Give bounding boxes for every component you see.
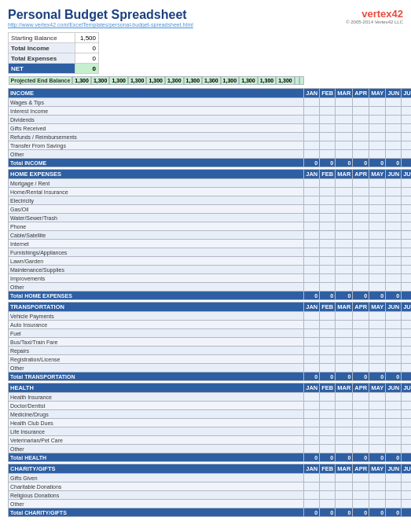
cell-2-4-1[interactable] (320, 347, 336, 355)
cell-2-2-3[interactable] (353, 329, 369, 338)
cell-1-8-6[interactable] (402, 248, 411, 257)
cell-2-0-5[interactable] (386, 312, 402, 321)
cell-4-1-3[interactable] (353, 482, 369, 491)
cell-1-6-2[interactable] (336, 231, 353, 240)
cell-4-0-2[interactable] (336, 474, 353, 482)
cell-3-6-3[interactable] (353, 445, 369, 453)
cell-3-1-6[interactable] (402, 402, 411, 410)
cell-1-2-4[interactable] (369, 196, 386, 205)
cell-2-5-0[interactable] (304, 355, 320, 364)
cell-3-4-0[interactable] (304, 427, 320, 436)
cell-2-2-5[interactable] (386, 329, 402, 338)
cell-3-1-4[interactable] (369, 402, 386, 410)
cell-3-4-3[interactable] (353, 427, 369, 436)
cell-1-6-0[interactable] (304, 231, 320, 240)
cell-1-2-2[interactable] (336, 196, 353, 205)
cell-2-1-4[interactable] (369, 321, 386, 329)
cell-1-7-4[interactable] (369, 240, 386, 248)
total-expenses-value[interactable]: 0 (75, 53, 99, 64)
cell-0-3-3[interactable] (353, 124, 369, 133)
cell-1-1-3[interactable] (353, 188, 369, 196)
cell-2-4-5[interactable] (386, 347, 402, 355)
cell-1-3-1[interactable] (320, 205, 336, 214)
cell-2-3-6[interactable] (402, 338, 411, 347)
cell-2-5-6[interactable] (402, 355, 411, 364)
cell-3-6-1[interactable] (320, 445, 336, 453)
cell-2-4-6[interactable] (402, 347, 411, 355)
cell-1-9-1[interactable] (320, 257, 336, 266)
cell-1-2-6[interactable] (402, 196, 411, 205)
cell-2-6-0[interactable] (304, 364, 320, 372)
cell-1-11-2[interactable] (336, 274, 353, 283)
cell-1-8-1[interactable] (320, 248, 336, 257)
cell-4-3-4[interactable] (369, 500, 386, 508)
cell-1-8-2[interactable] (336, 248, 353, 257)
cell-0-2-5[interactable] (386, 116, 402, 124)
cell-0-6-5[interactable] (386, 150, 402, 159)
cell-3-3-6[interactable] (402, 419, 411, 427)
cell-0-4-2[interactable] (336, 133, 353, 141)
cell-1-2-0[interactable] (304, 196, 320, 205)
cell-1-11-6[interactable] (402, 274, 411, 283)
cell-4-1-4[interactable] (369, 482, 386, 491)
cell-0-3-5[interactable] (386, 124, 402, 133)
cell-2-0-3[interactable] (353, 312, 369, 321)
cell-1-12-4[interactable] (369, 283, 386, 292)
cell-2-2-1[interactable] (320, 329, 336, 338)
cell-1-6-3[interactable] (353, 231, 369, 240)
cell-4-2-6[interactable] (402, 491, 411, 500)
cell-1-12-6[interactable] (402, 283, 411, 292)
cell-0-0-1[interactable] (320, 98, 336, 107)
cell-0-2-2[interactable] (336, 116, 353, 124)
cell-3-5-4[interactable] (369, 436, 386, 445)
cell-0-1-1[interactable] (320, 107, 336, 116)
cell-1-3-3[interactable] (353, 205, 369, 214)
cell-2-2-0[interactable] (304, 329, 320, 338)
cell-1-4-2[interactable] (336, 214, 353, 222)
cell-2-6-6[interactable] (402, 364, 411, 372)
cell-0-6-2[interactable] (336, 150, 353, 159)
cell-4-1-0[interactable] (304, 482, 320, 491)
cell-3-1-5[interactable] (386, 402, 402, 410)
cell-2-5-3[interactable] (353, 355, 369, 364)
cell-0-3-4[interactable] (369, 124, 386, 133)
cell-2-3-2[interactable] (336, 338, 353, 347)
cell-0-4-1[interactable] (320, 133, 336, 141)
cell-0-3-2[interactable] (336, 124, 353, 133)
cell-1-1-0[interactable] (304, 188, 320, 196)
cell-2-6-1[interactable] (320, 364, 336, 372)
cell-4-2-1[interactable] (320, 491, 336, 500)
cell-4-3-0[interactable] (304, 500, 320, 508)
cell-1-7-3[interactable] (353, 240, 369, 248)
cell-1-7-6[interactable] (402, 240, 411, 248)
cell-2-0-0[interactable] (304, 312, 320, 321)
cell-4-1-5[interactable] (386, 482, 402, 491)
cell-2-4-3[interactable] (353, 347, 369, 355)
cell-4-3-2[interactable] (336, 500, 353, 508)
cell-3-2-4[interactable] (369, 410, 386, 419)
cell-1-3-5[interactable] (386, 205, 402, 214)
cell-4-0-0[interactable] (304, 474, 320, 482)
cell-1-5-4[interactable] (369, 222, 386, 231)
cell-2-1-2[interactable] (336, 321, 353, 329)
cell-1-11-0[interactable] (304, 274, 320, 283)
cell-0-3-6[interactable] (402, 124, 411, 133)
cell-2-6-4[interactable] (369, 364, 386, 372)
cell-0-0-2[interactable] (336, 98, 353, 107)
cell-1-8-5[interactable] (386, 248, 402, 257)
cell-0-4-6[interactable] (402, 133, 411, 141)
cell-0-4-3[interactable] (353, 133, 369, 141)
cell-0-5-4[interactable] (369, 141, 386, 150)
cell-1-11-5[interactable] (386, 274, 402, 283)
cell-1-7-0[interactable] (304, 240, 320, 248)
cell-3-4-4[interactable] (369, 427, 386, 436)
cell-2-3-0[interactable] (304, 338, 320, 347)
cell-1-9-2[interactable] (336, 257, 353, 266)
cell-4-3-5[interactable] (386, 500, 402, 508)
cell-0-1-5[interactable] (386, 107, 402, 116)
cell-0-2-3[interactable] (353, 116, 369, 124)
cell-1-10-3[interactable] (353, 266, 369, 274)
cell-1-5-5[interactable] (386, 222, 402, 231)
cell-3-4-6[interactable] (402, 427, 411, 436)
cell-2-0-6[interactable] (402, 312, 411, 321)
